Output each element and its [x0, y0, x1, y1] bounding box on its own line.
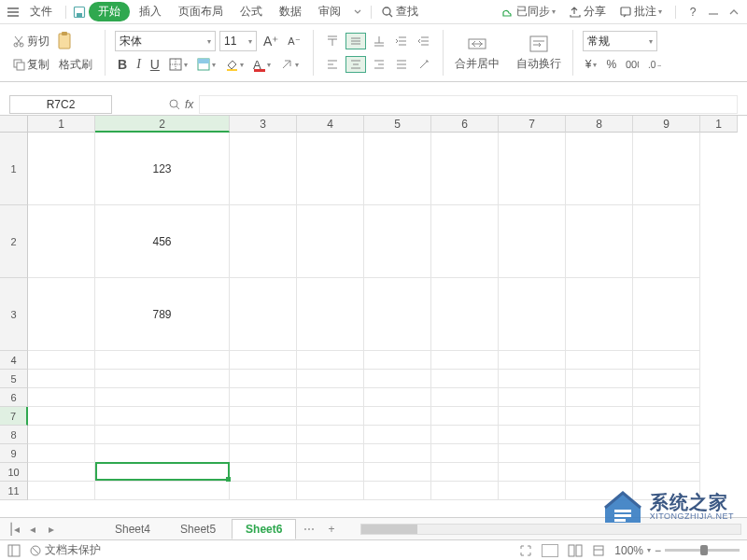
- cell[interactable]: [364, 426, 431, 444]
- cell[interactable]: [633, 133, 700, 205]
- cell[interactable]: [95, 351, 230, 370]
- cell[interactable]: [230, 278, 297, 351]
- align-top-button[interactable]: [323, 34, 342, 49]
- cell[interactable]: [431, 388, 499, 407]
- col-header[interactable]: 7: [499, 116, 566, 133]
- cell[interactable]: [499, 388, 566, 407]
- col-header[interactable]: 2: [95, 116, 230, 133]
- menu-start[interactable]: 开始: [89, 2, 130, 21]
- menu-file[interactable]: 文件: [22, 4, 60, 20]
- cell[interactable]: [431, 463, 499, 482]
- cell[interactable]: [95, 426, 230, 444]
- border-button[interactable]: ▾: [166, 57, 190, 72]
- cell[interactable]: [230, 407, 297, 426]
- cell[interactable]: [28, 370, 95, 388]
- collapse-ribbon-icon[interactable]: [726, 5, 741, 20]
- fullscreen-icon[interactable]: [519, 544, 532, 557]
- cell[interactable]: [297, 444, 364, 463]
- cell[interactable]: [364, 351, 431, 370]
- cell[interactable]: [633, 444, 700, 463]
- cell[interactable]: [297, 482, 364, 500]
- row-header[interactable]: 10: [0, 463, 28, 482]
- cell[interactable]: [431, 278, 499, 351]
- col-header[interactable]: 8: [566, 116, 633, 133]
- cell[interactable]: [28, 278, 95, 351]
- percent-button[interactable]: %: [603, 57, 619, 72]
- cell[interactable]: [95, 370, 230, 388]
- hamburger-icon[interactable]: [6, 5, 21, 20]
- cut-button[interactable]: 剪切: [9, 33, 52, 50]
- cell[interactable]: [499, 133, 566, 205]
- cells-area[interactable]: 123 456 789: [28, 133, 700, 500]
- row-header[interactable]: 11: [0, 482, 28, 500]
- cell[interactable]: [28, 407, 95, 426]
- cell[interactable]: [230, 370, 297, 388]
- cell[interactable]: 123: [95, 133, 230, 205]
- cell[interactable]: [230, 444, 297, 463]
- thousands-button[interactable]: 000: [623, 58, 641, 71]
- increase-font-button[interactable]: A⁺: [261, 33, 281, 49]
- align-bottom-button[interactable]: [370, 34, 388, 49]
- cell[interactable]: [566, 388, 633, 407]
- cell[interactable]: [364, 370, 431, 388]
- cell[interactable]: [28, 133, 95, 205]
- cell[interactable]: [566, 205, 633, 278]
- protect-status[interactable]: 文档未保护: [30, 542, 101, 558]
- col-header[interactable]: 6: [431, 116, 499, 133]
- cell[interactable]: [297, 426, 364, 444]
- increase-decimal-button[interactable]: .0→: [645, 58, 664, 71]
- copy-button[interactable]: 复制: [9, 56, 52, 74]
- merge-center-button[interactable]: 合并居中: [449, 28, 505, 77]
- cell[interactable]: [230, 388, 297, 407]
- cell[interactable]: [297, 463, 364, 482]
- auto-wrap-button[interactable]: 自动换行: [511, 28, 567, 77]
- cell[interactable]: [364, 388, 431, 407]
- justify-button[interactable]: [392, 57, 411, 72]
- view-reader-button[interactable]: [592, 544, 605, 557]
- fx-button[interactable]: fx: [168, 98, 193, 111]
- cell[interactable]: [297, 370, 364, 388]
- cell[interactable]: [230, 351, 297, 370]
- cell[interactable]: [499, 426, 566, 444]
- cell[interactable]: [28, 444, 95, 463]
- sheet-tab[interactable]: Sheet6: [232, 519, 296, 539]
- more-sheets-button[interactable]: ⋯: [298, 523, 320, 536]
- cell[interactable]: [431, 407, 499, 426]
- cell[interactable]: [431, 351, 499, 370]
- menu-formula[interactable]: 公式: [233, 4, 270, 20]
- name-box[interactable]: R7C2: [9, 95, 112, 114]
- notes-button[interactable]: 批注 ▾: [615, 4, 666, 20]
- cell[interactable]: [297, 205, 364, 278]
- number-format-select[interactable]: 常规 ▾: [583, 31, 657, 51]
- chevron-down-icon[interactable]: ▾: [647, 546, 651, 554]
- more-menu-icon[interactable]: [350, 5, 365, 20]
- col-header[interactable]: 9: [633, 116, 700, 133]
- cell[interactable]: [95, 388, 230, 407]
- layout-icon[interactable]: [7, 544, 21, 557]
- row-header[interactable]: 5: [0, 370, 28, 388]
- cell[interactable]: [364, 407, 431, 426]
- cell[interactable]: [566, 133, 633, 205]
- share-button[interactable]: 分享: [565, 4, 610, 20]
- format-painter-button[interactable]: 格式刷: [56, 56, 95, 74]
- cell[interactable]: [230, 482, 297, 500]
- cell[interactable]: [499, 278, 566, 351]
- paste-icon[interactable]: [56, 33, 73, 49]
- cell[interactable]: [499, 205, 566, 278]
- row-header[interactable]: 3: [0, 278, 28, 351]
- cell[interactable]: [364, 463, 431, 482]
- menu-data[interactable]: 数据: [272, 4, 309, 20]
- italic-button[interactable]: I: [134, 56, 144, 73]
- cell[interactable]: [499, 407, 566, 426]
- bold-button[interactable]: B: [115, 56, 130, 73]
- font-size-select[interactable]: 11 ▾: [219, 31, 257, 51]
- underline-button[interactable]: U: [148, 56, 162, 73]
- cell[interactable]: [297, 388, 364, 407]
- scrollbar-thumb[interactable]: [361, 525, 417, 534]
- cell[interactable]: [633, 388, 700, 407]
- cell[interactable]: [499, 482, 566, 500]
- cell[interactable]: [364, 205, 431, 278]
- cell[interactable]: [633, 278, 700, 351]
- zoom-thumb[interactable]: [700, 545, 708, 555]
- cell[interactable]: [566, 351, 633, 370]
